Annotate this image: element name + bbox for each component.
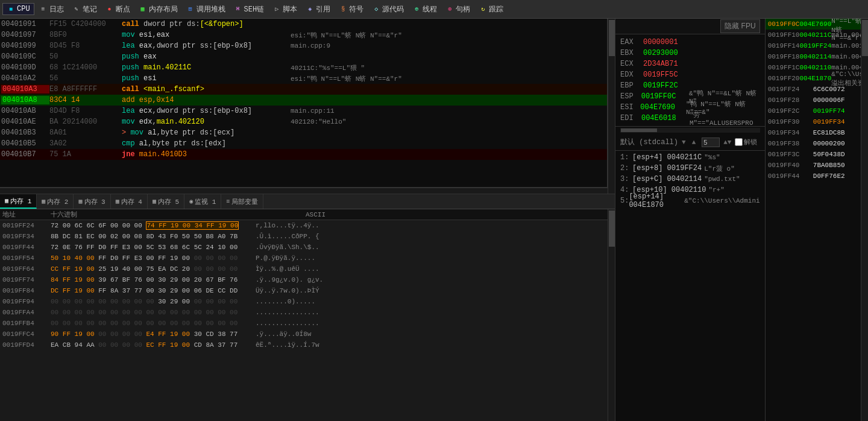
- disasm-row[interactable]: 004010B3 8A01 > mov al,byte ptr ds:[ecx]: [0, 127, 607, 138]
- stack-row[interactable]: 0019FF2C 0019FF74: [766, 106, 861, 116]
- tab-watch1[interactable]: ◉ 监视 1: [184, 194, 221, 209]
- stack-panel[interactable]: 0019FF0C 004E7690 "鸭 N"==L"蛴 N蛴 N"==&"r"…: [765, 19, 868, 421]
- disasm-scroll-thumb[interactable]: [609, 20, 615, 56]
- stack-count-input[interactable]: [702, 138, 720, 147]
- mem-row[interactable]: 0019FFB4 00 00 00 00 00 00 00 00 00 00 0…: [0, 318, 608, 329]
- toolbar-reference[interactable]: ◈ 引用: [302, 3, 334, 16]
- memory-scroll-thumb[interactable]: [609, 210, 615, 247]
- tab-memory4[interactable]: ▦ 内存 4: [111, 194, 148, 209]
- stack-row[interactable]: 0019FF30 0019FF34: [766, 116, 861, 127]
- stack-row[interactable]: 0019FF34 EC81DC8B: [766, 127, 861, 138]
- toolbar-source[interactable]: ◇ 源代码: [368, 3, 407, 16]
- stack-row[interactable]: 0019FF40 7BA0B850: [766, 160, 861, 171]
- toolbar-symbol[interactable]: § 符号: [335, 3, 367, 16]
- reg-val-ebp[interactable]: 0019FF2C: [643, 81, 691, 90]
- tab-locals[interactable]: ≡ 局部变量: [221, 194, 263, 209]
- stack-row[interactable]: 0019FF14 0019FF24 main.0019FF24: [766, 40, 861, 51]
- stack-arg-5[interactable]: 5: [esp+14] 004E1870 &"C:\\Users\\Admini: [620, 195, 760, 206]
- disasm-row[interactable]: 004010B5 3A02 cmp al,byte ptr ds:[edx]: [0, 138, 607, 149]
- reg-val-ecx[interactable]: 2D34AB71: [643, 60, 691, 68]
- mem-row[interactable]: 0019FF34 8B DC 81 EC 00 02 00 08 8D 43 F…: [0, 231, 608, 242]
- toolbar-handle[interactable]: ⊗ 句柄: [442, 3, 474, 16]
- memory-container[interactable]: 地址 十六进制 ASCII 0019FF24 72 00 6C 6C 6F 00…: [0, 209, 608, 421]
- stack-row[interactable]: 0019FF38 00000200: [766, 138, 861, 149]
- disasm-row[interactable]: 004010A3 E8 A8FFFFFF call <main_.fscanf>: [0, 84, 607, 95]
- mem-row[interactable]: 0019FF94 00 00 00 00 00 00 00 00 00 30 2…: [0, 296, 608, 307]
- disasm-row[interactable]: 004010A2 56 push esi esi:"鸭 N"==L"蛴 N蛴 N…: [0, 73, 607, 84]
- disasm-row[interactable]: 00401099 8D45 F8 lea eax,dword ptr ss:[e…: [0, 40, 607, 51]
- toolbar-call-stack[interactable]: ⊞ 调用堆栈: [183, 3, 229, 16]
- stack-row[interactable]: 0019FF18 00402114 main.00402114: [766, 51, 861, 62]
- reg-val-esi[interactable]: 004E7690: [640, 103, 681, 112]
- toolbar-breakpoint[interactable]: ● 断点: [102, 3, 134, 16]
- disasm-row[interactable]: 0040109D 68 1C214000 push main.40211C 40…: [0, 62, 607, 73]
- fpu-toggle-button[interactable]: 隐藏 FPU: [720, 19, 760, 33]
- toolbar-seh[interactable]: ⌘ SEH链: [230, 3, 268, 16]
- unlock-checkbox-area[interactable]: 解锁: [735, 138, 757, 147]
- tab-memory2-label: 内存 2: [47, 197, 68, 206]
- reg-val-eax[interactable]: 00000001: [643, 38, 691, 46]
- stack-row[interactable]: 0019FF24 6C6C0072: [766, 84, 861, 95]
- mem-hex: DC FF 19 00 FF 8A 37 77 00 30 29 00 06 D…: [51, 287, 256, 294]
- reg-row-ebx[interactable]: EBX 00293000: [620, 48, 760, 59]
- disasm-row[interactable]: 00401091 FF15 C4204000 call dword ptr ds…: [0, 19, 607, 30]
- reg-val-ebx[interactable]: 00293000: [643, 49, 691, 57]
- mem-row[interactable]: 0019FFD4 EA CB 94 AA 00 00 00 00 EC FF 1…: [0, 340, 608, 350]
- fpu-header: 隐藏 FPU: [615, 19, 765, 34]
- memory-v-scrollbar[interactable]: [608, 209, 615, 421]
- mem-row[interactable]: 0019FFC4 90 FF 19 00 00 00 00 00 E4 FF 1…: [0, 329, 608, 340]
- disasm-row[interactable]: 004010AB 8D4D F8 lea ecx,dword ptr ss:[e…: [0, 106, 607, 116]
- toolbar-thread[interactable]: ⊕ 线程: [409, 3, 441, 16]
- tab-memory2[interactable]: ▦ 内存 2: [37, 194, 74, 209]
- toolbar-trace[interactable]: ↻ 跟踪: [475, 3, 507, 16]
- toolbar-memory-layout[interactable]: ▦ 内存布局: [135, 3, 181, 16]
- register-scrollbar[interactable]: [620, 128, 760, 133]
- mem-row[interactable]: 0019FF44 72 0E 76 FF D0 FF E3 00 5C 53 6…: [0, 242, 608, 253]
- stack-row[interactable]: 0019FF28 0000006F: [766, 95, 861, 106]
- stack-addr: 0019FF40: [768, 162, 813, 169]
- stack-arg-1[interactable]: 1: [esp+4] 0040211C "%s": [620, 152, 760, 163]
- stack-row[interactable]: 0019FF20 004E1870 &"C:\\Users\\Administr…: [766, 73, 861, 84]
- toolbar-cpu[interactable]: ■ CPU: [2, 3, 34, 15]
- tab-memory5[interactable]: ▦ 内存 5: [148, 194, 184, 209]
- reg-row-eax[interactable]: EAX 00000001: [620, 37, 760, 48]
- mem-row[interactable]: 0019FF84 DC FF 19 00 FF 8A 37 77 00 30 2…: [0, 285, 608, 296]
- toolbar-log[interactable]: ≡ 日志: [36, 3, 68, 16]
- tab-memory1[interactable]: ▦ 内存 1: [0, 194, 37, 209]
- memory-rows[interactable]: 0019FF24 72 00 6C 6C 6F 00 00 00 74 FF 1…: [0, 220, 608, 421]
- stack-row[interactable]: 0019FF3C 50F0438D: [766, 149, 861, 160]
- tab-memory3[interactable]: ▦ 内存 3: [74, 194, 110, 209]
- stack-v-scrollbar[interactable]: [861, 19, 868, 421]
- disasm-row[interactable]: 00401097 8BF0 mov esi,eax esi:"鸭 N"==L"蛴…: [0, 30, 607, 40]
- stack-arg-2[interactable]: 2: [esp+8] 0019FF24 L"r菠 o": [620, 163, 760, 174]
- mem-row[interactable]: 0019FF24 72 00 6C 6C 6F 00 00 00 74 FF 1…: [0, 220, 608, 231]
- stack-row[interactable]: 0019FF44 D0FF76E2: [766, 171, 861, 182]
- disasm-container[interactable]: 00401091 FF15 C4204000 call dword ptr ds…: [0, 19, 608, 194]
- reg-val-esp[interactable]: 0019FF0C: [641, 92, 684, 101]
- toolbar-script[interactable]: ▷ 脚本: [269, 3, 301, 16]
- toolbar-note[interactable]: ✎ 笔记: [69, 3, 101, 16]
- reg-scroll-thumb[interactable]: [621, 128, 657, 132]
- disasm-row[interactable]: 004010A8 83C4 14 add esp,0x14: [0, 95, 607, 106]
- unlock-checkbox[interactable]: [735, 138, 743, 146]
- disasm-row[interactable]: 0040109C 50 push eax: [0, 51, 607, 62]
- reg-row-ecx[interactable]: ECX 2D34AB71: [620, 59, 760, 69]
- reg-row-edi[interactable]: EDI 004E6018 "劳 M"=="ALLUSERSPRO: [620, 113, 760, 124]
- mem-row[interactable]: 0019FF74 84 FF 19 00 39 67 BF 76 00 30 2…: [0, 274, 608, 285]
- stack-scroll-thumb[interactable]: [862, 20, 868, 56]
- reg-val-edx[interactable]: 0019FF5C: [643, 71, 691, 79]
- stack-arg-3[interactable]: 3: [esp+C] 00402114 "pwd.txt": [620, 174, 760, 185]
- disasm-view[interactable]: 00401091 FF15 C4204000 call dword ptr ds…: [0, 19, 608, 188]
- stack-row[interactable]: 0019FF0C 004E7690 "鸭 N"==L"蛴 N蛴 N"==&"r": [766, 19, 861, 30]
- mem-row[interactable]: 0019FF64 CC FF 19 00 25 19 40 00 75 EA D…: [0, 264, 608, 274]
- disasm-row[interactable]: 004010AE BA 20214000 mov edx,main.402120…: [0, 116, 607, 127]
- mem-row[interactable]: 0019FF54 50 10 40 00 FF D0 FF E3 00 FF 1…: [0, 253, 608, 264]
- mem-header-hex: 十六进制: [51, 210, 256, 219]
- disasm-row[interactable]: 004010B7 75 1A jne main.4010D3: [0, 149, 607, 160]
- mem-row[interactable]: 0019FFA4 00 00 00 00 00 00 00 00 00 00 0…: [0, 307, 608, 318]
- disasm-h-scrollbar[interactable]: [0, 188, 608, 194]
- disasm-v-scrollbar[interactable]: [608, 19, 615, 194]
- reg-row-edx[interactable]: EDX 0019FF5C: [620, 69, 760, 80]
- reg-val-edi[interactable]: 004E6018: [641, 114, 685, 122]
- mem-hex: EA CB 94 AA 00 00 00 00 EC FF 19 00 CD 8…: [51, 341, 256, 349]
